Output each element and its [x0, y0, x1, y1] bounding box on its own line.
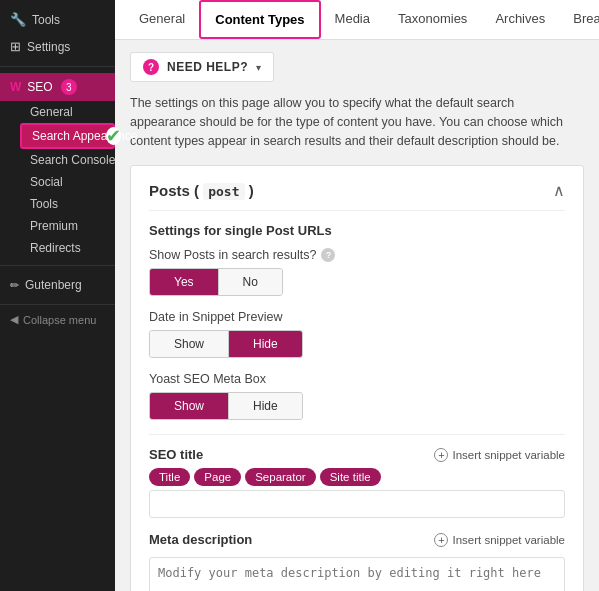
tools-icon: 🔧	[10, 12, 26, 27]
sidebar-item-tools-sub[interactable]: Tools	[20, 193, 115, 215]
sidebar-settings-label: Settings	[27, 40, 70, 54]
divider-1	[149, 434, 565, 435]
meta-desc-header: Meta description + Insert snippet variab…	[149, 532, 565, 547]
sidebar-item-settings[interactable]: ⊞ Settings	[0, 33, 115, 60]
tab-general[interactable]: General	[125, 1, 199, 38]
seo-tags-row: Title Page Separator Site title	[149, 468, 565, 486]
plus-circle-icon: +	[434, 448, 448, 462]
sidebar-gutenberg-label: Gutenberg	[25, 278, 82, 292]
collapse-menu-button[interactable]: ◀ Collapse menu	[0, 305, 115, 334]
help-bar[interactable]: ? NEED HELP? ▾	[130, 52, 274, 82]
sidebar-sub-menu: General Search Appearance ✔ Search Conso…	[0, 101, 115, 259]
check-icon: ✔	[106, 127, 121, 145]
help-label: NEED HELP?	[167, 60, 248, 74]
insert-snippet-seo-label: Insert snippet variable	[452, 449, 565, 461]
collapse-label: Collapse menu	[23, 314, 96, 326]
show-posts-label: Show Posts in search results? ?	[149, 248, 565, 262]
yoast-show-button[interactable]: Show	[150, 393, 229, 419]
collapse-card-icon[interactable]: ∧	[553, 181, 565, 200]
insert-snippet-seo-button[interactable]: + Insert snippet variable	[434, 448, 565, 462]
tag-separator[interactable]: Separator	[245, 468, 316, 486]
sidebar-seo-label: SEO	[27, 80, 52, 94]
settings-icon: ⊞	[10, 39, 21, 54]
gutenberg-icon: ✏	[10, 279, 19, 292]
insert-snippet-meta-label: Insert snippet variable	[452, 534, 565, 546]
sidebar-item-tools[interactable]: 🔧 Tools	[0, 6, 115, 33]
card-header: Posts ( post ) ∧	[149, 181, 565, 211]
show-posts-toggle: Yes No	[149, 268, 283, 296]
sidebar-item-search-console[interactable]: Search Console	[20, 149, 115, 171]
tab-taxonomies[interactable]: Taxonomies	[384, 1, 481, 38]
yoast-meta-toggle: Show Hide	[149, 392, 303, 420]
meta-desc-label: Meta description	[149, 532, 252, 547]
sidebar-item-search-appearance[interactable]: Search Appearance ✔	[20, 123, 115, 149]
meta-desc-textarea[interactable]	[149, 557, 565, 591]
plus-circle-meta-icon: +	[434, 533, 448, 547]
content-area: ? NEED HELP? ▾ The settings on this page…	[115, 40, 599, 591]
tag-site-title[interactable]: Site title	[320, 468, 381, 486]
seo-title-row: SEO title + Insert snippet variable Titl…	[149, 447, 565, 518]
date-snippet-label: Date in Snippet Preview	[149, 310, 565, 324]
seo-title-label: SEO title	[149, 447, 203, 462]
sidebar-item-premium[interactable]: Premium	[20, 215, 115, 237]
show-posts-help-icon[interactable]: ?	[321, 248, 335, 262]
tab-breadcrumbs[interactable]: Breadcrumbs	[559, 1, 599, 38]
tab-archives[interactable]: Archives	[481, 1, 559, 38]
collapse-icon: ◀	[10, 313, 18, 326]
card-title: Posts ( post )	[149, 182, 254, 199]
date-hide-button[interactable]: Hide	[229, 331, 302, 357]
tag-title[interactable]: Title	[149, 468, 190, 486]
show-posts-no-button[interactable]: No	[219, 269, 282, 295]
seo-badge: 3	[61, 79, 77, 95]
description-text: The settings on this page allow you to s…	[130, 94, 580, 150]
sidebar-item-gutenberg[interactable]: ✏ Gutenberg	[0, 272, 115, 298]
sidebar-tools-label: Tools	[32, 13, 60, 27]
yoast-meta-row: Yoast SEO Meta Box Show Hide	[149, 372, 565, 420]
sidebar-item-general[interactable]: General	[20, 101, 115, 123]
yoast-hide-button[interactable]: Hide	[229, 393, 302, 419]
post-tag: post	[203, 183, 244, 200]
show-posts-yes-button[interactable]: Yes	[150, 269, 219, 295]
seo-title-header: SEO title + Insert snippet variable	[149, 447, 565, 462]
tab-bar: General Content Types Media Taxonomies A…	[115, 0, 599, 40]
tag-page[interactable]: Page	[194, 468, 241, 486]
sidebar-item-social[interactable]: Social	[20, 171, 115, 193]
sidebar-item-seo[interactable]: W SEO 3	[0, 73, 115, 101]
insert-snippet-meta-button[interactable]: + Insert snippet variable	[434, 533, 565, 547]
yoast-meta-label: Yoast SEO Meta Box	[149, 372, 565, 386]
tab-content-types[interactable]: Content Types	[199, 0, 320, 39]
section-title: Settings for single Post URLs	[149, 223, 565, 238]
sidebar-item-redirects[interactable]: Redirects	[20, 237, 115, 259]
show-posts-row: Show Posts in search results? ? Yes No	[149, 248, 565, 296]
main-content: General Content Types Media Taxonomies A…	[115, 0, 599, 591]
meta-desc-row: Meta description + Insert snippet variab…	[149, 532, 565, 591]
seo-title-input[interactable]	[149, 490, 565, 518]
seo-icon: W	[10, 80, 21, 94]
chevron-down-icon: ▾	[256, 62, 261, 73]
help-icon: ?	[143, 59, 159, 75]
posts-card: Posts ( post ) ∧ Settings for single Pos…	[130, 165, 584, 591]
sidebar: 🔧 Tools ⊞ Settings W SEO 3 General Searc…	[0, 0, 115, 591]
date-snippet-toggle: Show Hide	[149, 330, 303, 358]
date-snippet-row: Date in Snippet Preview Show Hide	[149, 310, 565, 358]
tab-media[interactable]: Media	[321, 1, 384, 38]
date-show-button[interactable]: Show	[150, 331, 229, 357]
